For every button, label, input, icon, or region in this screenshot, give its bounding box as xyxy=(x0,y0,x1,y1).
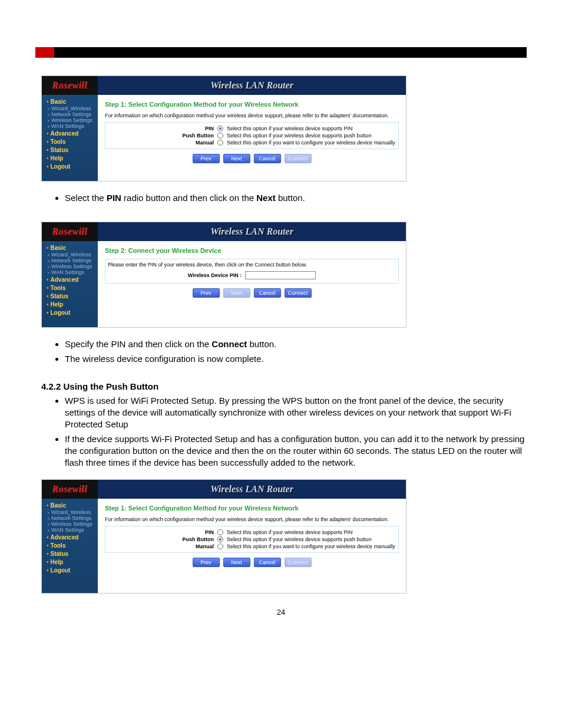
nav-help[interactable]: Help xyxy=(42,558,98,566)
option-manual-desc: Select this option if you want to config… xyxy=(227,140,395,146)
nav-status[interactable]: Status xyxy=(42,146,98,154)
router-title: Wireless LAN Router xyxy=(98,222,406,241)
prev-button[interactable]: Prev xyxy=(193,288,220,298)
text: Select the xyxy=(65,193,107,203)
option-manual-label: Manual xyxy=(108,140,214,146)
radio-manual[interactable] xyxy=(217,140,223,146)
text: If the device supports Wi-Fi Protected S… xyxy=(65,433,527,469)
text: WPS is used for WiFi Protected Setup. By… xyxy=(65,395,527,431)
connect-button[interactable]: Connect xyxy=(285,288,312,298)
connect-button: Connect xyxy=(285,154,312,163)
nav-tools[interactable]: Tools xyxy=(42,137,98,146)
prev-button[interactable]: Prev xyxy=(193,154,220,163)
next-button[interactable]: Next xyxy=(223,558,250,567)
panel3-content: Step 1: Select Configuration Method for … xyxy=(98,499,406,593)
page-number: 24 xyxy=(35,608,527,617)
nav-wizard-wireless[interactable]: Wizard_Wireless xyxy=(42,106,98,111)
nav-advanced[interactable]: Advanced xyxy=(42,129,98,137)
options-box: PIN Select this option if your wireless … xyxy=(105,122,399,149)
router-screenshot-1: Rosewill Wireless LAN Router Basic Wizar… xyxy=(41,75,406,182)
doc-bullets-3: WPS is used for WiFi Protected Setup. By… xyxy=(41,395,527,469)
pin-box: Please enter the PIN of your wireless de… xyxy=(105,259,399,284)
info-line: For information on which configuration m… xyxy=(105,516,399,522)
option-pushbutton-desc: Select this option if your wireless devi… xyxy=(227,536,372,542)
nav-tools[interactable]: Tools xyxy=(42,541,98,549)
router-title: Wireless LAN Router xyxy=(98,480,406,499)
nav-basic[interactable]: Basic xyxy=(42,243,98,252)
option-pin-desc: Select this option if your wireless devi… xyxy=(227,126,353,131)
info-line: For information on which configuration m… xyxy=(105,113,399,118)
radio-manual[interactable] xyxy=(217,543,223,549)
nav-logout[interactable]: Logout xyxy=(42,162,98,170)
connect-button: Connect xyxy=(285,558,312,567)
option-pushbutton-label: Push Button xyxy=(108,536,214,542)
option-manual-label: Manual xyxy=(108,543,214,549)
nav-network-settings[interactable]: Network Settings xyxy=(42,515,98,521)
nav-wizard-wireless[interactable]: Wizard_Wireless xyxy=(42,509,98,515)
nav-status[interactable]: Status xyxy=(42,292,98,300)
info-line: Please enter the PIN of your wireless de… xyxy=(108,262,396,268)
option-manual-desc: Select this option if you want to config… xyxy=(227,543,395,549)
option-pin-label: PIN xyxy=(108,126,214,131)
text: The wireless device configuration is now… xyxy=(65,353,527,365)
nav-wan-settings[interactable]: WAN Settings xyxy=(42,527,98,533)
doc-bullet-1: Select the PIN radio button and then cli… xyxy=(41,192,527,204)
step-title: Step 1: Select Configuration Method for … xyxy=(105,505,399,512)
nav-wizard-wireless[interactable]: Wizard_Wireless xyxy=(42,252,98,258)
router-title: Wireless LAN Router xyxy=(98,76,406,95)
panel2-content: Step 2: Connect your Wireless Device Ple… xyxy=(98,241,406,327)
option-pin-label: PIN xyxy=(108,529,214,535)
pin-label: Wireless Device PIN : xyxy=(188,272,242,278)
nav-wireless-settings[interactable]: Wireless Settings xyxy=(42,263,98,269)
side-nav: Basic Wizard_Wireless Network Settings W… xyxy=(42,499,98,593)
next-button: Next xyxy=(223,288,250,298)
page-top-bar xyxy=(35,47,527,58)
text: radio button and then click on the xyxy=(121,193,256,203)
panel1-content: Step 1: Select Configuration Method for … xyxy=(98,95,406,181)
nav-tools[interactable]: Tools xyxy=(42,284,98,292)
section-heading: 4.2.2 Using the Push Button xyxy=(41,381,527,391)
radio-pin[interactable] xyxy=(217,529,223,535)
text: button. xyxy=(276,193,305,203)
nav-help[interactable]: Help xyxy=(42,300,98,308)
pin-input[interactable] xyxy=(245,271,316,279)
next-button[interactable]: Next xyxy=(223,154,250,163)
nav-wan-settings[interactable]: WAN Settings xyxy=(42,123,98,129)
radio-pin[interactable] xyxy=(217,126,223,131)
router-screenshot-2: Rosewill Wireless LAN Router Basic Wizar… xyxy=(41,222,406,328)
side-nav: Basic Wizard_Wireless Network Settings W… xyxy=(42,241,98,327)
nav-help[interactable]: Help xyxy=(42,154,98,162)
text-pin: PIN xyxy=(107,193,121,203)
option-pushbutton-label: Push Button xyxy=(108,133,214,139)
cancel-button[interactable]: Cancel xyxy=(254,558,281,567)
option-pushbutton-desc: Select this option if your wireless devi… xyxy=(227,133,372,139)
option-pin-desc: Select this option if your wireless devi… xyxy=(227,529,353,535)
brand-logo: Rosewill xyxy=(42,480,98,499)
brand-logo: Rosewill xyxy=(42,76,98,95)
doc-bullets-2: Specify the PIN and then click on the Co… xyxy=(41,338,527,365)
nav-logout[interactable]: Logout xyxy=(42,566,98,574)
cancel-button[interactable]: Cancel xyxy=(254,288,281,298)
nav-network-settings[interactable]: Network Settings xyxy=(42,258,98,263)
radio-pushbutton[interactable] xyxy=(217,133,223,139)
nav-network-settings[interactable]: Network Settings xyxy=(42,111,98,117)
nav-status[interactable]: Status xyxy=(42,549,98,558)
nav-logout[interactable]: Logout xyxy=(42,308,98,317)
prev-button[interactable]: Prev xyxy=(193,558,220,567)
nav-advanced[interactable]: Advanced xyxy=(42,533,98,541)
nav-wan-settings[interactable]: WAN Settings xyxy=(42,269,98,275)
text: Specify the PIN and then click on the xyxy=(65,339,211,349)
radio-pushbutton[interactable] xyxy=(217,536,223,542)
text-next: Next xyxy=(256,193,276,203)
nav-basic[interactable]: Basic xyxy=(42,501,98,509)
nav-advanced[interactable]: Advanced xyxy=(42,275,98,284)
cancel-button[interactable]: Cancel xyxy=(254,154,281,163)
nav-wireless-settings[interactable]: Wireless Settings xyxy=(42,521,98,527)
router-screenshot-3: Rosewill Wireless LAN Router Basic Wizar… xyxy=(41,479,406,594)
step-title: Step 1: Select Configuration Method for … xyxy=(105,101,399,108)
options-box: PIN Select this option if your wireless … xyxy=(105,526,399,553)
step-title: Step 2: Connect your Wireless Device xyxy=(105,247,399,254)
nav-basic[interactable]: Basic xyxy=(42,97,98,106)
nav-wireless-settings[interactable]: Wireless Settings xyxy=(42,117,98,123)
text-connect: Connect xyxy=(211,339,247,349)
